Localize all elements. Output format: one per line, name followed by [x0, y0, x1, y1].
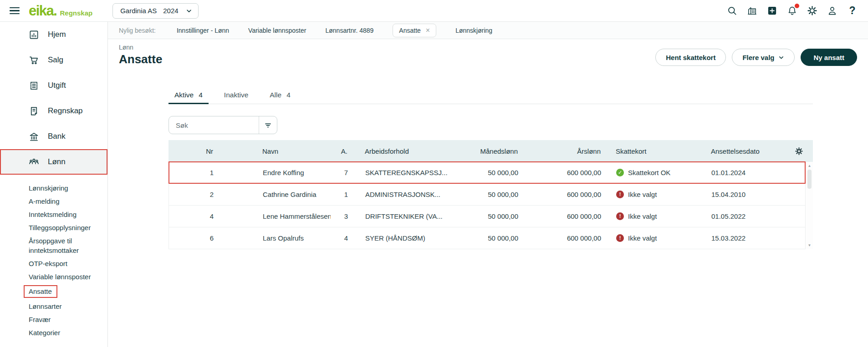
sidebar-item-regnskap[interactable]: Regnskap: [0, 98, 107, 124]
column-header-månedslønn[interactable]: Månedslønn: [460, 147, 518, 155]
filter-button[interactable]: [259, 116, 277, 134]
skattekort-label: Ikke valgt: [628, 212, 657, 220]
menu-icon[interactable]: [10, 7, 20, 15]
notifications-icon[interactable]: [786, 5, 798, 16]
button-label: Ny ansatt: [813, 54, 844, 61]
help-icon[interactable]: ?: [847, 5, 858, 16]
cell-arbeidsforhold: SKATTEREGNSKAPSSJ...: [349, 169, 460, 176]
sidebar-subitem-otp-eksport[interactable]: OTP-eksport: [0, 257, 107, 270]
topbar-icons: ?: [726, 5, 858, 16]
column-header-nr[interactable]: Nr: [168, 147, 214, 155]
scroll-down-icon[interactable]: ▼: [808, 243, 812, 247]
column-header-årslønn[interactable]: Årslønn: [518, 147, 601, 155]
active-tab-ansatte[interactable]: Ansatte×: [393, 24, 436, 37]
employee-row-1[interactable]: 1Endre Koffing7SKATTEREGNSKAPSSJ...50 00…: [169, 162, 805, 184]
people-icon: [29, 157, 39, 167]
cell-a: 7: [331, 169, 349, 176]
table-settings-button[interactable]: [792, 147, 806, 156]
sidebar-subitem-variable-lønnsposter[interactable]: Variable lønnsposter: [0, 270, 107, 283]
highlight-box: Ansatte: [24, 285, 57, 298]
cell-skattekort: !Ikke valgt: [601, 234, 697, 242]
cell-arbeidsforhold: SYER (HÅNDSØM): [349, 234, 460, 242]
column-header-ansettelsesdato[interactable]: Ansettelsesdato: [696, 147, 792, 155]
tab-label: Ansatte: [399, 27, 420, 34]
employee-row-2[interactable]: 2Cathrine Gardinia1ADMINISTRASJONSK...50…: [169, 184, 805, 206]
status-error-icon: !: [616, 212, 624, 220]
scrollbar-thumb[interactable]: [807, 170, 812, 189]
sidebar-subitem-a-melding[interactable]: A-melding: [0, 195, 107, 208]
scroll-up-icon[interactable]: ▲: [808, 164, 812, 168]
sidebar-subitem-kategorier[interactable]: Kategorier: [0, 326, 107, 339]
cell-a: 3: [331, 212, 349, 220]
cell-manedslonn: 50 000,00: [460, 169, 518, 176]
company-selector[interactable]: Gardinia AS 2024: [112, 3, 198, 19]
sidebar-item-label: Hjem: [48, 30, 66, 39]
sidebar-subitem-tilleggsopplysninger[interactable]: Tilleggsopplysninger: [0, 221, 107, 234]
flere-valg-button[interactable]: Flere valg: [732, 49, 795, 66]
cart-icon: [29, 55, 39, 65]
sidebar-item-label: Salg: [48, 55, 63, 65]
cell-arslonn: 600 000,00: [518, 234, 601, 242]
chevron-down-icon: [778, 55, 784, 60]
filter-icon: [264, 121, 272, 130]
settings-icon[interactable]: [807, 5, 818, 16]
sidebar: HjemSalgUtgiftRegnskapBankLønn Lønnskjør…: [0, 22, 108, 347]
recent-tab-lønnsartnr-4889[interactable]: Lønnsartnr. 4889: [325, 27, 373, 34]
tab-label: Innstillinger - Lønn: [177, 27, 229, 34]
document-icon: [29, 106, 39, 116]
recent-tab-lønnskjøring[interactable]: Lønnskjøring: [455, 27, 492, 34]
sidebar-subitem-ansatte[interactable]: Ansatte: [0, 283, 107, 300]
add-icon[interactable]: [766, 5, 778, 16]
recent-tab-variable-lønnsposter[interactable]: Variable lønnsposter: [248, 27, 306, 34]
recent-tabs-list: Innstillinger - LønnVariable lønnsposter…: [177, 24, 492, 37]
search-icon[interactable]: [726, 5, 738, 16]
ny-ansatt-button[interactable]: Ny ansatt: [801, 49, 857, 66]
hent-skattekort-button[interactable]: Hent skattekort: [655, 49, 726, 66]
sidebar-subitem-fravær[interactable]: Fravær: [0, 313, 107, 326]
sidebar-subitem-årsoppgave-til-inntektsmottaker[interactable]: Årsoppgave til inntektsmottaker: [0, 234, 107, 257]
cell-arslonn: 600 000,00: [518, 212, 601, 220]
app-logo: eika. Regnskap: [29, 4, 92, 18]
cell-a: 4: [331, 234, 349, 242]
close-icon[interactable]: ×: [426, 27, 430, 34]
sidebar-item-salg[interactable]: Salg: [0, 47, 107, 73]
sidebar-item-bank[interactable]: Bank: [0, 124, 107, 149]
sidebar-subitem-inntektsmelding[interactable]: Inntektsmelding: [0, 208, 107, 221]
tab-inaktive[interactable]: Inaktive: [218, 91, 254, 104]
profile-icon[interactable]: [827, 5, 838, 16]
table-scrollbar[interactable]: ▲ ▼: [806, 162, 813, 249]
receipt-icon: [29, 80, 39, 91]
tab-alle[interactable]: Alle4: [264, 91, 296, 104]
tab-count: 4: [286, 91, 291, 99]
column-header-navn[interactable]: Navn: [214, 147, 330, 155]
gear-icon: [795, 147, 803, 156]
column-header-arbeidsforhold[interactable]: Arbeidsforhold: [348, 147, 460, 155]
employee-row-6[interactable]: 6Lars Opalrufs4SYER (HÅNDSØM)50 000,0060…: [169, 227, 805, 249]
sidebar-item-l-nn[interactable]: Lønn: [0, 149, 107, 175]
cell-arbeidsforhold: DRIFTSTEKNIKER (VA...: [349, 212, 460, 220]
search-box: [168, 116, 277, 134]
employees-table: NrNavnA.ArbeidsforholdMånedslønnÅrslønnS…: [168, 140, 813, 249]
tab-aktive[interactable]: Aktive4: [168, 91, 209, 104]
sidebar-subitem-lønnskjøring[interactable]: Lønnskjøring: [0, 181, 107, 195]
sidebar-item-label: Utgift: [48, 81, 66, 90]
tab-label: Lønnsartnr. 4889: [325, 27, 373, 34]
page-header: Lønn Ansatte Hent skattekortFlere valgNy…: [108, 39, 868, 72]
sidebar-item-utgift[interactable]: Utgift: [0, 73, 107, 98]
organization-icon[interactable]: [746, 5, 758, 16]
cell-arbeidsforhold: ADMINISTRASJONSK...: [349, 191, 460, 198]
tab-label: Aktive: [174, 91, 194, 99]
main-area: Nylig besøkt: Innstillinger - LønnVariab…: [108, 22, 868, 347]
cell-manedslonn: 50 000,00: [460, 212, 518, 220]
skattekort-label: Ikke valgt: [628, 234, 657, 242]
employee-row-4[interactable]: 4Lene Hammerstålesen3DRIFTSTEKNIKER (VA.…: [169, 206, 805, 227]
column-header-a[interactable]: A.: [330, 147, 348, 155]
page-actions: Hent skattekortFlere valgNy ansatt: [655, 49, 857, 66]
column-header-skattekort[interactable]: Skattekort: [601, 147, 696, 155]
brand-name: eika.: [29, 4, 56, 18]
recent-tab-innstillinger-lønn[interactable]: Innstillinger - Lønn: [177, 27, 229, 34]
search-input[interactable]: [169, 116, 259, 134]
sidebar-item-hjem[interactable]: Hjem: [0, 22, 107, 47]
sidebar-subitem-lønnsarter[interactable]: Lønnsarter: [0, 300, 107, 313]
brand-suffix: Regnskap: [60, 9, 92, 17]
